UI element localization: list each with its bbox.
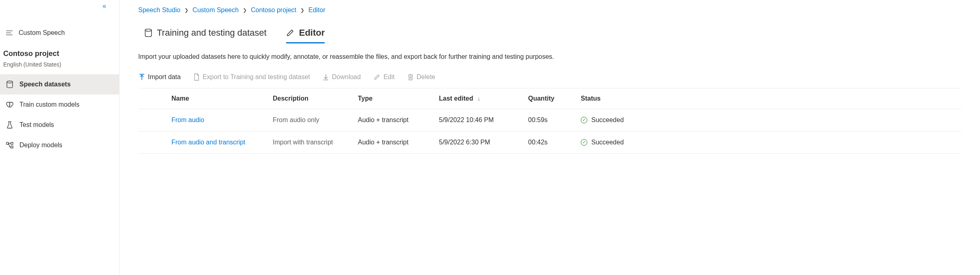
- breadcrumb: Speech Studio ❯ Custom Speech ❯ Contoso …: [138, 6, 961, 14]
- delete-button: Delete: [407, 72, 436, 82]
- svg-point-11: [145, 29, 152, 32]
- dataset-last-edited: 5/9/2022 6:30 PM: [434, 131, 523, 154]
- dataset-quantity: 00:42s: [523, 131, 576, 154]
- collapse-sidebar-icon[interactable]: «: [103, 2, 106, 10]
- project-subtitle: English (United States): [2, 61, 119, 68]
- import-data-button[interactable]: Import data: [138, 72, 182, 82]
- edit-button: Edit: [373, 72, 396, 82]
- column-label: Last edited: [439, 95, 473, 102]
- success-icon: ✓: [581, 117, 587, 123]
- sidebar-item-deploy-models[interactable]: Deploy models: [0, 135, 119, 155]
- success-icon: ✓: [581, 139, 587, 146]
- sidebar-nav: Speech datasets Train custom models Test…: [0, 74, 119, 155]
- sidebar-item-label: Speech datasets: [19, 81, 71, 88]
- dataset-quantity: 00:59s: [523, 109, 576, 131]
- dataset-name-link[interactable]: From audio: [167, 109, 268, 131]
- sidebar: « Custom Speech Contoso project English …: [0, 0, 120, 275]
- tab-editor[interactable]: Editor: [286, 28, 325, 43]
- svg-line-9: [9, 144, 10, 147]
- dataset-description: Import with transcript: [268, 131, 353, 154]
- dataset-last-edited: 5/9/2022 10:46 PM: [434, 109, 523, 131]
- svg-rect-6: [11, 142, 13, 144]
- download-icon: [323, 74, 329, 80]
- table-row[interactable]: From audio and transcript Import with tr…: [138, 131, 961, 154]
- dataset-type: Audio + transcript: [353, 131, 434, 154]
- button-label: Import data: [148, 73, 181, 81]
- column-quantity[interactable]: Quantity: [523, 88, 576, 109]
- sidebar-item-label: Deploy models: [19, 142, 62, 149]
- database-icon: [145, 29, 152, 37]
- list-icon: [6, 30, 13, 35]
- column-checkbox: [138, 88, 167, 109]
- tabs: Training and testing dataset Editor: [138, 28, 961, 43]
- chevron-right-icon: ❯: [243, 7, 247, 13]
- status-label: Succeeded: [591, 139, 624, 146]
- button-label: Export to Training and testing dataset: [203, 73, 310, 81]
- database-icon: [6, 81, 14, 88]
- button-label: Edit: [383, 73, 395, 81]
- category-header[interactable]: Custom Speech: [0, 25, 119, 41]
- dataset-status: ✓ Succeeded: [576, 131, 961, 154]
- column-type[interactable]: Type: [353, 88, 434, 109]
- main-content: Speech Studio ❯ Custom Speech ❯ Contoso …: [120, 0, 980, 275]
- chevron-right-icon: ❯: [300, 7, 304, 13]
- column-status[interactable]: Status: [576, 88, 961, 109]
- button-label: Download: [332, 73, 361, 81]
- column-name[interactable]: Name: [167, 88, 268, 109]
- project-block: Contoso project English (United States): [0, 41, 119, 73]
- sidebar-item-test-models[interactable]: Test models: [0, 115, 119, 135]
- breadcrumb-contoso-project[interactable]: Contoso project: [251, 6, 296, 14]
- status-label: Succeeded: [591, 116, 624, 124]
- download-button: Download: [322, 72, 362, 82]
- sidebar-item-speech-datasets[interactable]: Speech datasets: [0, 74, 119, 95]
- breadcrumb-speech-studio[interactable]: Speech Studio: [138, 6, 180, 14]
- tab-training-testing-dataset[interactable]: Training and testing dataset: [145, 28, 267, 43]
- button-label: Delete: [417, 73, 435, 81]
- sidebar-item-train-custom-models[interactable]: Train custom models: [0, 95, 119, 115]
- export-button: Export to Training and testing dataset: [193, 72, 311, 82]
- dataset-name-link[interactable]: From audio and transcript: [167, 131, 268, 154]
- sort-descending-icon: ↓: [477, 95, 480, 102]
- sidebar-item-label: Train custom models: [19, 101, 79, 108]
- deploy-icon: [6, 142, 14, 148]
- svg-rect-7: [11, 146, 13, 148]
- sidebar-item-label: Test models: [19, 121, 54, 129]
- dataset-description: From audio only: [268, 109, 353, 131]
- breadcrumb-editor[interactable]: Editor: [308, 6, 325, 14]
- svg-rect-5: [6, 142, 9, 144]
- column-last-edited[interactable]: Last edited ↓: [434, 88, 523, 109]
- pencil-icon: [286, 29, 294, 37]
- flask-icon: [6, 121, 14, 129]
- breadcrumb-custom-speech[interactable]: Custom Speech: [193, 6, 239, 14]
- dataset-status: ✓ Succeeded: [576, 109, 961, 131]
- brain-icon: [6, 101, 14, 108]
- column-description[interactable]: Description: [268, 88, 353, 109]
- svg-point-3: [7, 81, 13, 83]
- dataset-type: Audio + transcript: [353, 109, 434, 131]
- toolbar: Import data Export to Training and testi…: [138, 72, 961, 88]
- table-row[interactable]: From audio From audio only Audio + trans…: [138, 109, 961, 131]
- datasets-table: Name Description Type Last edited ↓ Quan…: [138, 88, 961, 154]
- page-description: Import your uploaded datasets here to qu…: [138, 53, 961, 60]
- export-file-icon: [194, 73, 199, 81]
- import-icon: [139, 74, 145, 80]
- trash-icon: [408, 74, 413, 80]
- tab-label: Editor: [299, 28, 325, 38]
- tab-label: Training and testing dataset: [157, 28, 267, 38]
- pencil-icon: [374, 74, 380, 80]
- project-title: Contoso project: [2, 49, 119, 58]
- chevron-right-icon: ❯: [184, 7, 188, 13]
- category-label: Custom Speech: [19, 29, 65, 37]
